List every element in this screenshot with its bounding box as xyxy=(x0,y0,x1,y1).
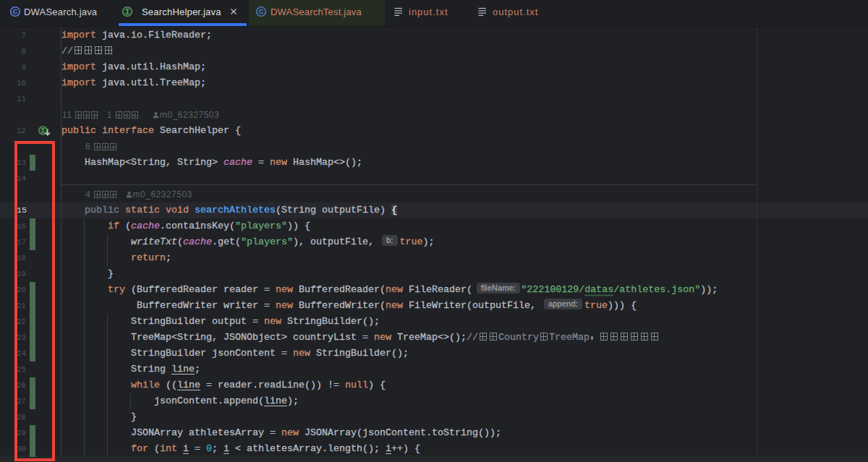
svg-text:C: C xyxy=(13,8,18,15)
svg-text:C: C xyxy=(259,8,264,15)
